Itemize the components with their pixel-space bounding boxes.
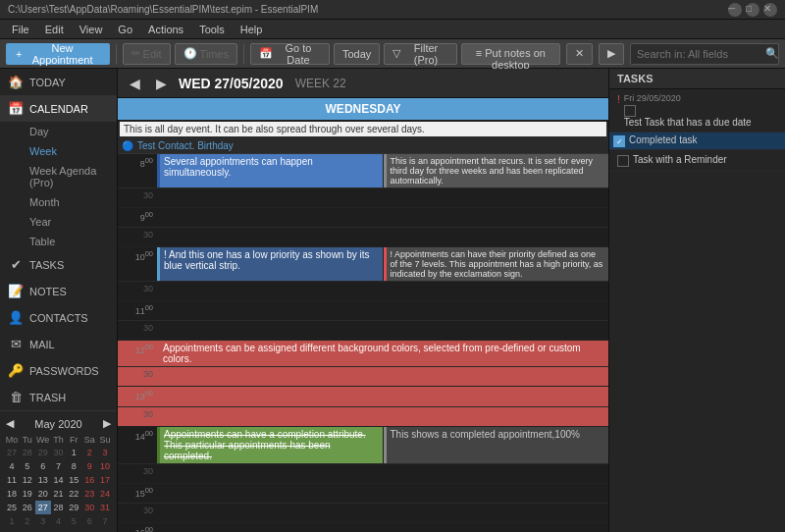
sidebar-item-tasks[interactable]: ✔ TASKS <box>0 251 117 278</box>
appointment-completed[interactable]: Appointments can have a completion attri… <box>157 427 383 463</box>
mini-cal-day[interactable]: 17 <box>97 473 113 487</box>
mini-cal-day[interactable]: 10 <box>97 459 113 473</box>
task-item-reminder[interactable]: Task with a Reminder <box>609 150 785 172</box>
mini-cal-next-arrow[interactable]: ▶ <box>103 417 111 430</box>
appointment[interactable]: ! Appointments can have their priority d… <box>384 247 609 281</box>
time-row-15: 1500 <box>118 484 608 504</box>
mini-cal-day[interactable]: 6 <box>81 514 97 528</box>
home-icon: 🏠 <box>8 75 24 89</box>
mini-cal-day[interactable]: 25 <box>4 501 20 514</box>
mini-cal-day[interactable]: 11 <box>4 473 20 487</box>
mini-cal-day[interactable]: 24 <box>97 487 113 501</box>
mini-cal-day[interactable]: 16 <box>81 473 97 487</box>
menu-edit[interactable]: Edit <box>37 22 72 37</box>
task-checkbox[interactable] <box>624 105 636 117</box>
task-item[interactable]: ! Fri 29/05/2020 Test Task that has a du… <box>609 89 785 133</box>
mini-cal-day[interactable]: 18 <box>4 487 20 501</box>
calendar-content[interactable]: WEDNESDAY This is all day event. It can … <box>118 98 608 532</box>
filter-button[interactable]: ▽ Filter (Pro) <box>384 43 456 65</box>
mini-cal-day[interactable]: 4 <box>51 514 67 528</box>
minimize-button[interactable]: ─ <box>728 3 742 17</box>
mini-cal-day[interactable]: 3 <box>97 446 113 459</box>
times-button[interactable]: 🕐 Times <box>175 43 238 65</box>
mini-cal-day[interactable]: 21 <box>51 487 67 501</box>
appointment[interactable]: ! And this one has a low priority as sho… <box>157 247 383 281</box>
menu-actions[interactable]: Actions <box>140 22 191 37</box>
toolbar-close-button[interactable]: ✕ <box>566 43 593 65</box>
sidebar-subitem-week-agenda[interactable]: Week Agenda (Pro) <box>0 161 117 192</box>
mini-cal-day[interactable]: 6 <box>35 459 51 473</box>
menu-tools[interactable]: Tools <box>191 22 233 37</box>
mini-cal-day[interactable]: 14 <box>51 473 67 487</box>
mini-cal-day[interactable]: 22 <box>66 487 81 501</box>
task-checkbox-checked[interactable]: ✓ <box>613 135 625 147</box>
mini-cal-day[interactable]: 20 <box>35 487 51 501</box>
edit-button[interactable]: ✏ Edit <box>123 43 171 65</box>
mini-cal-day[interactable]: 7 <box>97 514 113 528</box>
sidebar-item-calendar[interactable]: 📅 CALENDAR <box>0 95 117 122</box>
sidebar-item-contacts[interactable]: 👤 CONTACTS <box>0 304 117 331</box>
mini-cal-day[interactable]: 19 <box>20 487 35 501</box>
task-checkbox[interactable] <box>617 155 629 167</box>
sidebar-subitem-year[interactable]: Year <box>0 212 117 232</box>
prev-day-arrow[interactable]: ◀ <box>126 74 144 93</box>
appointment[interactable]: This is an appointment that recurs. It i… <box>384 154 609 187</box>
menu-view[interactable]: View <box>72 22 111 37</box>
mini-cal-day[interactable]: 30 <box>51 446 67 459</box>
sidebar-subitem-month[interactable]: Month <box>0 192 117 212</box>
appointment-large[interactable]: Appointments can be assigned different b… <box>157 341 608 366</box>
mini-cal-day[interactable]: 2 <box>81 446 97 459</box>
mini-cal-day[interactable]: 1 <box>66 446 81 459</box>
mini-cal-day[interactable]: 7 <box>51 459 67 473</box>
mini-cal-day[interactable]: 23 <box>81 487 97 501</box>
new-appointment-button[interactable]: + New Appointment <box>6 43 110 65</box>
search-input[interactable] <box>630 43 779 65</box>
close-button[interactable]: ✕ <box>763 3 777 17</box>
right-panel: TASKS ! Fri 29/05/2020 Test Task that ha… <box>608 69 785 532</box>
appointment[interactable]: Several appointments can happen simultan… <box>157 154 383 187</box>
sidebar-item-notes[interactable]: 📝 NOTES <box>0 278 117 304</box>
mini-cal-day[interactable]: 8 <box>66 459 81 473</box>
mini-cal-day[interactable]: 12 <box>20 473 35 487</box>
sidebar-item-trash[interactable]: 🗑 TRASH <box>0 384 117 410</box>
next-day-arrow[interactable]: ▶ <box>152 74 171 93</box>
maximize-button[interactable]: □ <box>746 3 759 17</box>
today-button[interactable]: Today <box>334 43 380 65</box>
mini-cal-day[interactable]: 3 <box>35 514 51 528</box>
sidebar-item-mail[interactable]: ✉ MAIL <box>0 331 117 357</box>
sidebar-subitem-day[interactable]: Day <box>0 122 117 141</box>
mini-cal-day[interactable]: 5 <box>20 459 35 473</box>
mini-cal-prev-arrow[interactable]: ◀ <box>6 417 14 430</box>
all-day-event[interactable]: This is all day event. It can be also sp… <box>120 122 606 136</box>
sidebar-subitem-table[interactable]: Table <box>0 232 117 251</box>
mini-cal-day[interactable]: 28 <box>51 501 67 514</box>
mini-cal-day[interactable]: 5 <box>66 514 81 528</box>
task-item-completed[interactable]: ✓ Completed task <box>609 133 785 150</box>
mini-cal-day[interactable]: 28 <box>20 446 35 459</box>
mini-cal-day[interactable]: 31 <box>97 501 113 514</box>
menu-file[interactable]: File <box>4 22 37 37</box>
sidebar-item-today[interactable]: 🏠 TODAY <box>0 69 117 95</box>
menu-go[interactable]: Go <box>110 22 140 37</box>
put-notes-button[interactable]: ≡ Put notes on desktop <box>461 43 560 65</box>
sidebar-item-passwords[interactable]: 🔑 PASSWORDS <box>0 357 117 384</box>
mini-cal-day[interactable]: 27 <box>4 446 20 459</box>
mini-cal-day[interactable]: 26 <box>20 501 35 514</box>
toolbar: + New Appointment ✏ Edit 🕐 Times 📅 Go to… <box>0 39 785 69</box>
toolbar-expand-button[interactable]: ▶ <box>599 43 624 65</box>
mini-cal-day[interactable]: 15 <box>66 473 81 487</box>
go-to-date-button[interactable]: 📅 Go to Date <box>250 43 330 65</box>
mini-cal-day-selected[interactable]: 27 <box>35 501 51 514</box>
mini-cal-day[interactable]: 9 <box>81 459 97 473</box>
mini-cal-day[interactable]: 2 <box>20 514 35 528</box>
mini-cal-day[interactable]: 1 <box>4 514 20 528</box>
appointment-completed2[interactable]: This shows a completed appointment,100% <box>384 427 609 463</box>
mini-cal-day[interactable]: 30 <box>81 501 97 514</box>
sidebar-subitem-week[interactable]: Week <box>0 141 117 161</box>
mini-cal-day[interactable]: 29 <box>66 501 81 514</box>
mini-cal-day[interactable]: 13 <box>35 473 51 487</box>
mini-cal-day[interactable]: 4 <box>4 459 20 473</box>
mini-cal-day[interactable]: 29 <box>35 446 51 459</box>
menu-help[interactable]: Help <box>233 22 271 37</box>
birthday-event[interactable]: 🔵 Test Contact. Birthday <box>118 138 608 153</box>
